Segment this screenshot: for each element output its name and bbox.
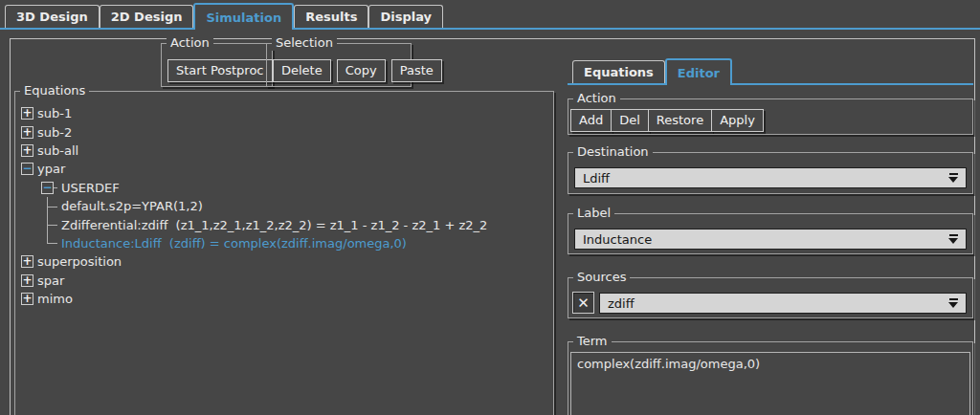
expand-plus-icon[interactable]: + bbox=[21, 126, 33, 139]
sources-value: zdiff bbox=[600, 296, 948, 311]
tree-row: +sub-2 bbox=[15, 122, 553, 141]
tree-row: Inductance:Ldiff (zdiff) = complex(zdiff… bbox=[15, 234, 553, 252]
tree-item-label[interactable]: ypar bbox=[33, 162, 65, 176]
toolbar-paste-button[interactable]: Paste bbox=[391, 59, 442, 82]
tree-item-label[interactable]: spar bbox=[33, 273, 64, 288]
tree-row: +mimo bbox=[15, 290, 553, 308]
editor-restore-button[interactable]: Restore bbox=[648, 109, 712, 132]
toolbar-copy-button[interactable]: Copy bbox=[337, 59, 386, 82]
tree-item-label[interactable]: default.s2p=YPAR(1,2) bbox=[57, 199, 203, 213]
destination-group: Destination Ldiff bbox=[568, 152, 973, 194]
toolbar-delete-button[interactable]: Delete bbox=[273, 59, 331, 82]
editor-tab-equations[interactable]: Equations bbox=[572, 60, 665, 83]
action-group-label: Action bbox=[167, 35, 213, 51]
editor-tabbar: EquationsEditor bbox=[568, 55, 973, 85]
selection-group-label: Selection bbox=[272, 35, 337, 51]
tree-row: Zdifferential:zdiff (z1_1,z2_1,z1_2,z2_2… bbox=[15, 215, 553, 233]
tree-item-label[interactable]: USERDEF bbox=[57, 181, 120, 195]
expand-plus-icon[interactable]: + bbox=[21, 144, 33, 157]
tree-row: +spar bbox=[15, 272, 553, 290]
tree-item-label[interactable]: sub-all bbox=[33, 143, 78, 158]
destination-dropdown[interactable]: Ldiff bbox=[574, 167, 967, 188]
tree-row: +superposition bbox=[15, 252, 553, 271]
selection-group-buttons: DeleteCopyPaste bbox=[273, 59, 442, 82]
term-group-label: Term bbox=[573, 334, 612, 349]
equations-group: Equations +sub-1+sub-2+sub-all−ypar−USER… bbox=[14, 91, 554, 415]
tree-row: −ypar bbox=[15, 160, 553, 178]
editor-panel: EquationsEditor Action AddDelRestoreAppl… bbox=[568, 39, 973, 415]
destination-value: Ldiff bbox=[575, 171, 948, 186]
checkbox-x-icon: ✕ bbox=[577, 295, 590, 312]
equations-group-label: Equations bbox=[20, 83, 89, 98]
sources-dropdown[interactable]: zdiff bbox=[599, 293, 967, 314]
expand-plus-icon[interactable]: + bbox=[21, 255, 33, 268]
editor-action-buttons: AddDelRestoreApply bbox=[570, 109, 764, 132]
tree-connector bbox=[47, 234, 57, 252]
tree-connector bbox=[47, 197, 57, 215]
toolbar-start-postproc-button[interactable]: Start Postproc bbox=[167, 59, 273, 82]
combo-arrow-icon bbox=[948, 173, 958, 183]
main-panel: Action Start Postproc Selection DeleteCo… bbox=[10, 38, 975, 415]
sources-checkbox[interactable]: ✕ bbox=[572, 292, 594, 314]
editor-apply-button[interactable]: Apply bbox=[711, 109, 764, 132]
expand-plus-icon[interactable]: + bbox=[21, 274, 33, 287]
editor-action-group-label: Action bbox=[573, 91, 620, 106]
tab-3d-design[interactable]: 3D Design bbox=[5, 5, 100, 28]
term-textarea[interactable]: complex(zdiff.imag/omega,0) bbox=[570, 352, 970, 415]
tree-item-label[interactable]: Inductance:Ldiff (zdiff) = complex(zdiff… bbox=[57, 236, 407, 251]
label-group: Label Inductance bbox=[568, 213, 973, 254]
label-group-label: Label bbox=[573, 206, 614, 221]
collapse-minus-icon[interactable]: − bbox=[41, 182, 54, 194]
sources-group-label: Sources bbox=[573, 270, 630, 285]
tree-item-label[interactable]: sub-1 bbox=[33, 106, 72, 120]
editor-tab-editor[interactable]: Editor bbox=[665, 58, 732, 85]
combo-arrow-icon bbox=[948, 298, 958, 308]
term-group: Term complex(zdiff.imag/omega,0) bbox=[568, 341, 973, 415]
destination-group-label: Destination bbox=[573, 144, 653, 160]
tree-connector bbox=[47, 215, 57, 233]
tree-item-label[interactable]: superposition bbox=[33, 254, 122, 269]
tab-2d-design[interactable]: 2D Design bbox=[100, 5, 194, 28]
equations-tree: +sub-1+sub-2+sub-all−ypar−USERDEFdefault… bbox=[15, 92, 553, 308]
tree-item-label[interactable]: sub-2 bbox=[33, 125, 72, 140]
editor-del-button[interactable]: Del bbox=[611, 109, 649, 132]
tree-row: default.s2p=YPAR(1,2) bbox=[15, 197, 553, 215]
collapse-minus-icon[interactable]: − bbox=[21, 163, 33, 175]
tree-row: +sub-all bbox=[15, 142, 553, 160]
expand-plus-icon[interactable]: + bbox=[21, 293, 33, 305]
action-group: Action Start Postproc bbox=[161, 43, 273, 87]
editor-add-button[interactable]: Add bbox=[570, 109, 612, 132]
tree-item-label[interactable]: Zdifferential:zdiff (z1_1,z2_1,z1_2,z2_2… bbox=[57, 218, 487, 232]
tree-item-label[interactable]: mimo bbox=[33, 292, 73, 306]
tree-row: −USERDEF bbox=[15, 179, 553, 197]
action-group-buttons: Start Postproc bbox=[167, 59, 273, 82]
tab-results[interactable]: Results bbox=[294, 5, 368, 28]
editor-action-group: Action AddDelRestoreApply bbox=[568, 98, 973, 135]
tab-simulation[interactable]: Simulation bbox=[193, 3, 294, 30]
main-tabbar: 3D Design2D DesignSimulationResultsDispl… bbox=[0, 0, 980, 30]
selection-group: Selection DeleteCopyPaste bbox=[266, 43, 412, 87]
expand-plus-icon[interactable]: + bbox=[21, 107, 33, 120]
label-value: Inductance bbox=[575, 232, 948, 247]
tab-display[interactable]: Display bbox=[368, 5, 443, 28]
sources-group: Sources ✕ zdiff bbox=[568, 277, 973, 318]
label-dropdown[interactable]: Inductance bbox=[574, 229, 967, 250]
combo-arrow-icon bbox=[948, 234, 958, 244]
tree-row: +sub-1 bbox=[15, 104, 553, 122]
